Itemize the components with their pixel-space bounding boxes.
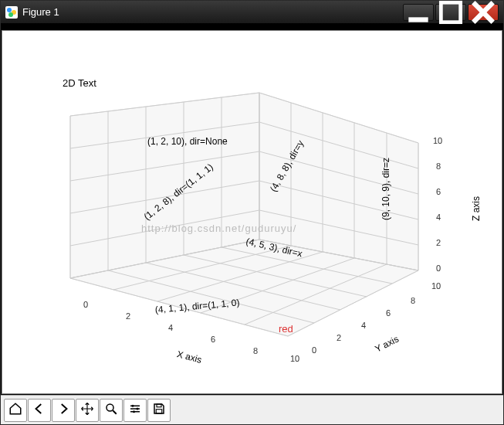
y-tick-4: 4 [361,321,366,330]
toolbar [1,395,503,424]
window-title: Figure 1 [22,6,401,18]
pan-button[interactable] [76,399,99,422]
maximize-button[interactable] [435,4,466,21]
z-tick-8: 8 [436,162,441,171]
titlebar[interactable]: Figure 1 [1,1,503,24]
annotation-1: (1, 2, 10), dir=None [147,136,228,147]
x-tick-10: 10 [290,354,299,363]
svg-point-49 [137,407,139,410]
move-icon [80,402,94,419]
x-tick-0: 0 [83,300,88,309]
plot-canvas[interactable]: 2D Text http://blog.csdn.net/guduruyu/ (… [2,30,502,394]
annotation-red: red [279,323,293,335]
x-tick-2: 2 [126,311,130,321]
text-2d-title: 2D Text [63,77,96,89]
x-tick-4: 4 [168,323,173,332]
watermark: http://blog.csdn.net/guduruyu/ [141,223,296,234]
configure-button[interactable] [123,399,147,422]
z-tick-6: 6 [436,187,441,196]
z-tick-2: 2 [436,238,441,247]
z-tick-10: 10 [433,136,442,145]
y-tick-8: 8 [411,296,415,305]
z-tick-0: 0 [436,264,441,273]
close-button[interactable] [468,4,499,21]
forward-button[interactable] [52,399,75,422]
y-tick-6: 6 [386,308,391,318]
z-axis-label: Z axis [471,196,482,221]
svg-point-50 [133,410,135,413]
arrow-right-icon [56,402,70,419]
annotation-4: (9, 10, 9), dir=z [381,158,391,220]
x-tick-8: 8 [253,346,258,355]
svg-point-43 [107,404,113,411]
minimize-button[interactable] [403,4,434,21]
floppy-icon [152,402,166,419]
x-tick-6: 6 [211,335,215,344]
svg-rect-4 [441,2,460,22]
app-icon [5,6,18,19]
magnifier-icon [104,402,118,419]
window-buttons [401,4,499,21]
arrow-left-icon [32,402,46,419]
svg-point-2 [8,12,13,17]
svg-rect-52 [156,409,162,413]
z-tick-4: 4 [436,212,441,222]
save-button[interactable] [147,399,171,422]
svg-point-48 [132,404,134,406]
home-icon [8,402,22,419]
zoom-button[interactable] [100,399,123,422]
y-tick-2: 2 [337,333,341,342]
home-button[interactable] [4,399,27,422]
figure-window: Figure 1 [0,0,504,425]
y-tick-10: 10 [431,281,441,291]
svg-point-0 [7,8,12,12]
y-tick-0: 0 [312,345,316,355]
back-button[interactable] [28,399,51,422]
svg-rect-51 [157,404,161,407]
sliders-icon [128,402,142,419]
svg-line-44 [113,410,117,414]
